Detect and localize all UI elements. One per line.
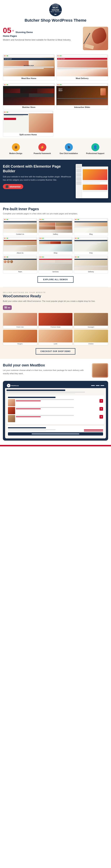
woo-product-5[interactable]: Lamb	[38, 330, 73, 345]
demo-split-wrapper: Split-screen Home	[0, 111, 111, 138]
inner-page-label-1: Contact Us	[3, 233, 37, 236]
inner-page-img-delivery	[74, 256, 108, 270]
inner-page-card-5[interactable]: Shop	[38, 237, 73, 255]
inner-page-card-2[interactable]: Gallery	[38, 218, 73, 236]
inner-page-img-contact	[3, 218, 37, 233]
demo-label-meat-box: Meat Box Home	[3, 76, 54, 80]
hero-section: 05 + Stunning DemoHome Pages Modern and …	[0, 27, 111, 53]
feature-framework: ⚡ Powerful framework	[29, 141, 55, 157]
demo-label-store: Butcher Store	[3, 105, 54, 109]
woo-logo-text: oo	[7, 306, 10, 309]
woo-product-img-1	[3, 313, 37, 326]
sidebar-widget-2	[76, 169, 81, 173]
add-to-box-button-2[interactable]: +	[100, 407, 103, 411]
features-section: 🖥 Modern Design ⚡ Powerful framework 🖱 O…	[0, 138, 111, 160]
add-to-box-button-1[interactable]: +	[100, 399, 103, 403]
woo-product-label-4: Burgers	[3, 342, 37, 345]
logo-top-text: PREMIER BUTCHER	[49, 4, 62, 6]
woo-product-4[interactable]: Burgers	[3, 330, 37, 345]
hero-description: Modern and functional theme best suitabl…	[3, 38, 81, 41]
woo-product-3[interactable]: Sausages	[74, 313, 108, 329]
product-price-2	[16, 408, 41, 409]
inner-page-img-gallery	[39, 218, 73, 233]
scissors-icon: ✂	[54, 13, 57, 16]
screen-nav	[91, 385, 104, 386]
demo-card-interactive-slider[interactable]: BESTMEAT Interactive Slider	[56, 83, 108, 109]
one-click-icon: 🖱	[65, 143, 73, 151]
demo-card-meat-delivery[interactable]: MEAT DELIVERY Meat Delivery	[56, 55, 108, 81]
checkout-shop-demo-button[interactable]: CHECKOUT OUR SHOP DEMO	[36, 348, 75, 354]
inner-page-card-4[interactable]: About Us	[3, 237, 37, 255]
elementor-badge-text: elementor	[9, 185, 21, 188]
product-item-row-2: +	[8, 407, 103, 414]
demo-img-delivery: MEAT DELIVERY	[57, 55, 108, 76]
meatbox-title: Build your own MeatBox	[3, 363, 90, 367]
inner-page-card-1[interactable]: Contact Us	[3, 218, 37, 236]
demo-card-butcher-store[interactable]: Butcher Store	[3, 83, 55, 109]
page-header: PREMIER BUTCHER MEAT HOUSE & MEAT INDUST…	[0, 0, 111, 27]
demo-img-meat-box: BUTCHER SHOP	[3, 55, 54, 76]
demo-card-meat-box-home[interactable]: BUTCHER SHOP Meat Box Home	[3, 55, 55, 81]
feature-label-one-click: One Click Installation	[57, 152, 81, 155]
builder-main	[82, 164, 108, 198]
inner-page-card-3[interactable]: Blog	[74, 218, 108, 236]
inner-page-img-shop	[39, 237, 73, 251]
woo-product-1[interactable]: Fresh Cuts	[3, 313, 37, 329]
feature-label-framework: Powerful framework	[30, 152, 54, 155]
feature-label-support: Professional Support	[83, 152, 107, 155]
woo-product-label-2: Premium Steak	[39, 326, 73, 329]
meatbox-section: Build your own MeatBox Let your customer…	[0, 359, 111, 445]
woo-tag: SELLING ANYTHING ON YOUR WEBSITE	[3, 291, 108, 293]
woo-product-6[interactable]: Chicken	[74, 330, 108, 345]
support-icon: 👤	[91, 143, 99, 151]
logo-sub-text: & MEAT INDUSTRY	[49, 11, 62, 12]
logo-main-text: MEAT HOUSE	[49, 6, 62, 11]
meatbox-description: Let your customer choose what's in their…	[3, 369, 90, 375]
woo-title: WooCommerce Ready	[3, 294, 108, 298]
inner-page-label-2: Gallery	[39, 233, 73, 236]
order-summary	[6, 426, 105, 437]
builder-row-1	[83, 167, 107, 169]
woo-products-grid: Fresh Cuts Premium Steak Sausages Burger…	[3, 313, 108, 345]
bottom-accent-bar	[0, 445, 111, 446]
woo-description: Build your online store with WooCommerce…	[3, 300, 108, 303]
woo-product-img-2	[39, 313, 73, 326]
product-name-1	[16, 399, 74, 400]
inner-page-card-9[interactable]: Delivery	[74, 256, 108, 273]
inner-page-img-about	[3, 237, 37, 251]
logo: PREMIER BUTCHER MEAT HOUSE & MEAT INDUST…	[49, 4, 62, 16]
screen-body: + +	[5, 388, 106, 438]
feature-label-modern: Modern Design	[4, 152, 28, 155]
page-builder-mock	[76, 164, 108, 198]
inner-page-card-7[interactable]: Team	[3, 256, 37, 273]
woo-product-2[interactable]: Premium Steak	[38, 313, 73, 329]
inner-page-card-8[interactable]: Services	[38, 256, 73, 273]
sidebar-widget-1	[76, 165, 81, 168]
product-price-3	[16, 416, 41, 417]
inner-page-label-4: About Us	[3, 251, 37, 254]
woo-logo: W oo	[3, 305, 108, 310]
builder-row-2	[83, 181, 107, 182]
page-title: Butcher Shop WordPress Theme	[3, 18, 108, 23]
feature-support: 👤 Professional Support	[82, 141, 108, 157]
explore-all-demos-button[interactable]: EXPLORE ALL DEMOS	[37, 276, 74, 283]
inner-page-label-8: Services	[39, 270, 73, 273]
builder-row-4	[83, 190, 107, 192]
inner-page-img-services	[39, 256, 73, 270]
sidebar-widget-3	[76, 173, 81, 177]
inner-page-label-7: Team	[3, 270, 37, 273]
demo-card-split-screen[interactable]: Split-screen Home	[3, 111, 53, 137]
hero-meat-image	[83, 27, 108, 50]
add-to-box-button-3[interactable]: +	[100, 415, 103, 418]
woo-product-label-1: Fresh Cuts	[3, 326, 37, 329]
framework-icon: ⚡	[38, 143, 46, 151]
prebuilt-description: Complete your website pages in a few cli…	[3, 212, 108, 215]
inner-page-label-3: Blog	[74, 233, 108, 236]
builder-content	[82, 166, 108, 193]
elementor-title: Edit Content with Elementor Page Builder	[3, 164, 73, 174]
demo-img-slider: BESTMEAT	[57, 84, 108, 105]
sidebar-widget-5	[76, 181, 81, 185]
inner-page-card-6[interactable]: FAQ	[74, 237, 108, 255]
product-item-row-1: +	[8, 399, 103, 406]
inner-page-label-5: Shop	[39, 251, 73, 254]
